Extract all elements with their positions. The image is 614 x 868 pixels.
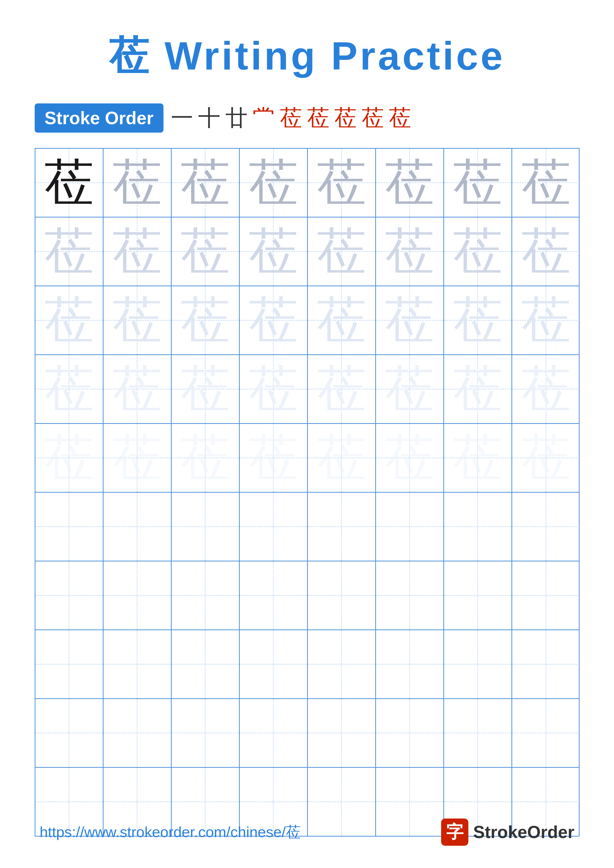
grid-cell-3-6[interactable]: 莅 [376, 286, 444, 354]
grid-cell-7-3[interactable] [172, 561, 240, 629]
grid-cell-3-7[interactable]: 莅 [444, 286, 512, 354]
practice-char: 莅 [180, 158, 230, 208]
grid-cell-7-5[interactable] [308, 561, 376, 629]
grid-cell-5-8[interactable]: 莅 [512, 424, 580, 492]
grid-cell-3-1[interactable]: 莅 [36, 286, 104, 354]
grid-cell-6-1[interactable] [36, 493, 104, 561]
grid-row-8 [36, 630, 579, 699]
practice-char: 莅 [521, 227, 571, 276]
grid-cell-7-8[interactable] [512, 561, 580, 629]
grid-cell-7-2[interactable] [104, 561, 172, 629]
grid-cell-8-1[interactable] [36, 630, 104, 698]
grid-cell-3-4[interactable]: 莅 [240, 286, 308, 354]
grid-cell-2-6[interactable]: 莅 [376, 217, 444, 285]
grid-cell-4-5[interactable]: 莅 [308, 355, 376, 423]
grid-cell-1-4[interactable]: 莅 [240, 149, 308, 217]
grid-cell-1-5[interactable]: 莅 [308, 149, 376, 217]
grid-cell-1-6[interactable]: 莅 [376, 149, 444, 217]
grid-cell-1-1[interactable]: 莅 [36, 149, 104, 217]
practice-char: 莅 [317, 296, 366, 345]
grid-cell-7-1[interactable] [36, 561, 104, 629]
practice-char: 莅 [112, 227, 162, 276]
grid-cell-2-1[interactable]: 莅 [36, 217, 104, 285]
grid-cell-4-4[interactable]: 莅 [240, 355, 308, 423]
grid-cell-9-8[interactable] [512, 699, 580, 767]
grid-cell-5-1[interactable]: 莅 [36, 424, 104, 492]
grid-cell-9-4[interactable] [240, 699, 308, 767]
grid-cell-8-7[interactable] [444, 630, 512, 698]
stroke-9: 莅 [389, 103, 411, 133]
grid-row-2: 莅 莅 莅 莅 莅 莅 莅 莅 [36, 217, 579, 286]
grid-cell-9-7[interactable] [444, 699, 512, 767]
grid-cell-8-2[interactable] [104, 630, 172, 698]
grid-cell-9-6[interactable] [376, 699, 444, 767]
practice-char: 莅 [180, 227, 230, 276]
grid-cell-1-2[interactable]: 莅 [104, 149, 172, 217]
footer-url[interactable]: https://www.strokeorder.com/chinese/莅 [40, 822, 301, 842]
grid-cell-7-4[interactable] [240, 561, 308, 629]
grid-cell-5-7[interactable]: 莅 [444, 424, 512, 492]
grid-cell-1-3[interactable]: 莅 [172, 149, 240, 217]
grid-cell-6-5[interactable] [308, 493, 376, 561]
grid-cell-5-2[interactable]: 莅 [104, 424, 172, 492]
grid-cell-7-7[interactable] [444, 561, 512, 629]
grid-cell-6-3[interactable] [172, 493, 240, 561]
grid-cell-6-4[interactable] [240, 493, 308, 561]
practice-char: 莅 [453, 296, 502, 345]
grid-cell-2-7[interactable]: 莅 [444, 217, 512, 285]
grid-cell-8-3[interactable] [172, 630, 240, 698]
grid-cell-4-8[interactable]: 莅 [512, 355, 580, 423]
practice-char: 莅 [317, 433, 366, 483]
brand-icon: 字 [441, 818, 468, 846]
grid-cell-9-2[interactable] [104, 699, 172, 767]
grid-cell-2-3[interactable]: 莅 [172, 217, 240, 285]
practice-char: 莅 [317, 364, 366, 414]
grid-cell-3-2[interactable]: 莅 [104, 286, 172, 354]
grid-cell-8-5[interactable] [308, 630, 376, 698]
practice-char: 莅 [44, 158, 94, 208]
practice-char: 莅 [44, 433, 94, 483]
grid-cell-2-2[interactable]: 莅 [104, 217, 172, 285]
grid-cell-4-6[interactable]: 莅 [376, 355, 444, 423]
grid-cell-7-6[interactable] [376, 561, 444, 629]
grid-cell-6-6[interactable] [376, 493, 444, 561]
grid-cell-2-8[interactable]: 莅 [512, 217, 580, 285]
grid-cell-1-7[interactable]: 莅 [444, 149, 512, 217]
grid-cell-5-5[interactable]: 莅 [308, 424, 376, 492]
stroke-1: 一 [171, 103, 193, 133]
grid-cell-2-5[interactable]: 莅 [308, 217, 376, 285]
page-title: 莅 Writing Practice [109, 30, 505, 83]
grid-cell-6-2[interactable] [104, 493, 172, 561]
grid-cell-9-3[interactable] [172, 699, 240, 767]
grid-cell-2-4[interactable]: 莅 [240, 217, 308, 285]
grid-cell-8-8[interactable] [512, 630, 580, 698]
grid-cell-4-7[interactable]: 莅 [444, 355, 512, 423]
grid-cell-6-8[interactable] [512, 493, 580, 561]
grid-cell-9-1[interactable] [36, 699, 104, 767]
grid-cell-5-3[interactable]: 莅 [172, 424, 240, 492]
grid-cell-5-4[interactable]: 莅 [240, 424, 308, 492]
grid-cell-8-6[interactable] [376, 630, 444, 698]
practice-char: 莅 [112, 364, 162, 414]
grid-cell-4-1[interactable]: 莅 [36, 355, 104, 423]
grid-cell-4-3[interactable]: 莅 [172, 355, 240, 423]
stroke-3: 廿 [225, 103, 248, 133]
practice-char: 莅 [385, 296, 434, 345]
title-text: Writing Practice [151, 34, 505, 78]
stroke-order-section: Stroke Order 一 十 廿 龸 莅 莅 莅 莅 莅 [35, 103, 580, 133]
grid-cell-3-3[interactable]: 莅 [172, 286, 240, 354]
grid-cell-3-8[interactable]: 莅 [512, 286, 580, 354]
practice-char: 莅 [453, 364, 502, 414]
grid-cell-3-5[interactable]: 莅 [308, 286, 376, 354]
grid-cell-5-6[interactable]: 莅 [376, 424, 444, 492]
grid-cell-9-5[interactable] [308, 699, 376, 767]
footer-brand: 字 StrokeOrder [441, 818, 574, 846]
stroke-6: 莅 [307, 103, 330, 133]
grid-cell-1-8[interactable]: 莅 [512, 149, 580, 217]
practice-char: 莅 [453, 433, 502, 483]
practice-char: 莅 [521, 433, 571, 483]
grid-cell-6-7[interactable] [444, 493, 512, 561]
grid-cell-4-2[interactable]: 莅 [104, 355, 172, 423]
practice-char: 莅 [521, 364, 571, 414]
grid-cell-8-4[interactable] [240, 630, 308, 698]
